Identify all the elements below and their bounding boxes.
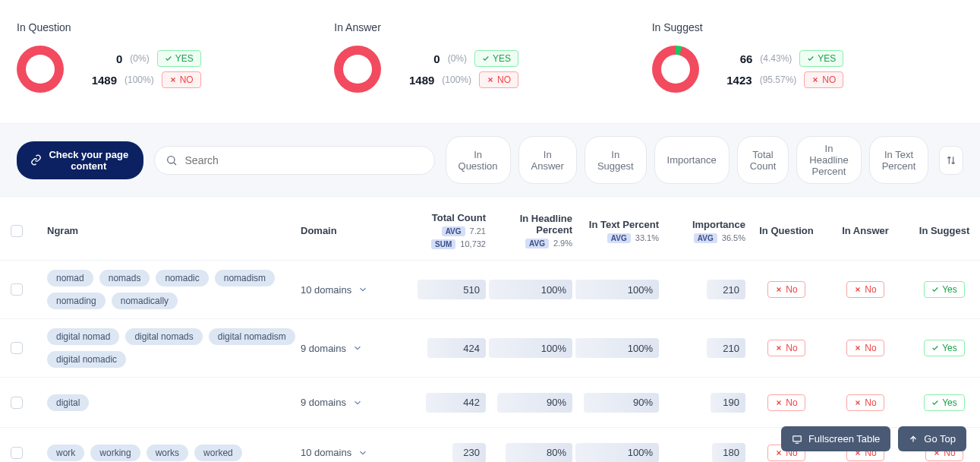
arrow-up-icon xyxy=(909,435,918,444)
ngram-tag[interactable]: digital xyxy=(47,394,89,411)
svg-point-6 xyxy=(167,156,174,163)
yes-chip[interactable]: Yes xyxy=(924,394,965,411)
domain-cell[interactable]: 9 domains xyxy=(301,343,399,354)
no-chip[interactable]: No xyxy=(767,281,805,298)
stat-yes-chip[interactable]: YES xyxy=(157,50,201,67)
domain-cell[interactable]: 10 domains xyxy=(301,284,399,296)
stat-no-pct: (100%) xyxy=(124,74,154,85)
ngram-tag[interactable]: digital nomads xyxy=(125,328,202,345)
ngram-tag[interactable]: nomadism xyxy=(215,270,275,286)
ngram-tag[interactable]: digital nomadism xyxy=(209,328,295,345)
domain-cell[interactable]: 9 domains xyxy=(301,397,399,408)
no-chip[interactable]: No xyxy=(767,394,805,411)
filter-pill[interactable]: Total Count xyxy=(737,136,789,184)
filter-pill[interactable]: Importance xyxy=(654,136,729,184)
ngram-tag[interactable]: work xyxy=(47,445,84,461)
stat-no-chip[interactable]: NO xyxy=(162,71,201,88)
row-checkbox[interactable] xyxy=(11,342,23,354)
select-all-checkbox[interactable] xyxy=(11,225,23,237)
link-icon xyxy=(30,154,42,166)
in-suggest-cell: Yes xyxy=(906,340,980,356)
ngram-table: Ngram Domain Total Count AVG7.21 SUM10,7… xyxy=(0,197,980,462)
stat-title: In Suggest xyxy=(652,21,963,33)
table-row: digital nomaddigital nomadsdigital nomad… xyxy=(0,319,980,378)
headline-bar: 100% xyxy=(489,280,572,299)
go-top-button[interactable]: Go Top xyxy=(898,426,966,451)
fullscreen-table-button[interactable]: Fullscreen Table xyxy=(781,426,890,451)
headline-bar: 90% xyxy=(497,393,572,413)
filter-pill[interactable]: In Suggest xyxy=(585,136,647,184)
total-count-bar: 230 xyxy=(452,443,486,463)
col-ngram[interactable]: Ngram xyxy=(47,225,298,236)
check-icon xyxy=(931,399,939,407)
ngram-tag[interactable]: digital nomad xyxy=(47,328,119,345)
filter-pill[interactable]: In Text Percent xyxy=(869,136,929,184)
search-icon xyxy=(165,154,178,166)
stat-no-count: 1489 xyxy=(395,74,434,87)
domain-cell[interactable]: 10 domains xyxy=(301,447,399,458)
filter-pill[interactable]: In Headline Percent xyxy=(796,136,861,184)
chevron-down-icon xyxy=(352,397,363,408)
search-input[interactable] xyxy=(184,153,424,167)
search-field[interactable] xyxy=(154,146,435,175)
stats-row: In Question 0 (0%) YES 1489 (100%) NO In… xyxy=(0,0,980,123)
check-page-content-label: Check your page content xyxy=(48,149,130,172)
stat-yes-count: 0 xyxy=(83,52,122,65)
stat-yes-count: 66 xyxy=(713,52,752,65)
col-in-text[interactable]: In Text Percent AVG33.1% xyxy=(575,219,659,243)
no-chip[interactable]: No xyxy=(846,394,884,411)
ngram-tag[interactable]: digital nomadic xyxy=(47,351,126,368)
toolbar: Check your page content In QuestionIn An… xyxy=(0,123,980,197)
ngram-tag[interactable]: nomading xyxy=(47,293,106,309)
importance-bar: 210 xyxy=(707,280,745,299)
row-checkbox[interactable] xyxy=(11,397,23,409)
check-icon xyxy=(807,55,815,62)
in-question-cell: No xyxy=(748,281,824,298)
x-icon xyxy=(169,76,177,84)
filter-pill[interactable]: In Question xyxy=(446,136,511,184)
domain-count: 9 domains xyxy=(301,397,346,408)
x-icon xyxy=(775,399,783,407)
col-in-suggest[interactable]: In Suggest xyxy=(906,225,980,236)
check-icon xyxy=(482,55,490,62)
col-total-count[interactable]: Total Count AVG7.21 SUM10,732 xyxy=(402,212,486,249)
stat-title: In Question xyxy=(17,21,328,33)
sort-button[interactable] xyxy=(939,146,963,175)
ngram-tag[interactable]: nomad xyxy=(47,270,93,286)
no-chip[interactable]: No xyxy=(767,340,805,356)
stat-yes-pct: (0%) xyxy=(130,53,149,64)
col-importance[interactable]: Importance AVG36.5% xyxy=(662,219,745,243)
stat-no-pct: (95.57%) xyxy=(760,74,797,85)
ngram-tag[interactable]: nomads xyxy=(99,270,150,286)
yes-chip[interactable]: Yes xyxy=(924,340,965,356)
col-domain[interactable]: Domain xyxy=(301,225,399,236)
sort-icon xyxy=(945,154,957,166)
no-chip[interactable]: No xyxy=(846,281,884,298)
filter-pill[interactable]: In Answer xyxy=(518,136,577,184)
stat-yes-chip[interactable]: YES xyxy=(474,50,518,67)
check-icon xyxy=(931,286,939,293)
row-checkbox[interactable] xyxy=(11,283,23,296)
donut-chart xyxy=(334,46,381,93)
stat-card: In Suggest 66 (4.43%) YES 1423 (95.57%) … xyxy=(652,21,963,93)
total-count-bar: 442 xyxy=(426,393,486,413)
no-chip[interactable]: No xyxy=(846,340,884,356)
floating-actions: Fullscreen Table Go Top xyxy=(781,426,966,451)
col-in-answer[interactable]: In Answer xyxy=(827,225,903,236)
table-row: nomadnomadsnomadicnomadismnomadingnomadi… xyxy=(0,261,980,319)
row-checkbox[interactable] xyxy=(11,447,23,459)
ngram-tag[interactable]: nomadically xyxy=(112,293,178,309)
check-page-content-button[interactable]: Check your page content xyxy=(17,141,143,179)
stat-no-chip[interactable]: NO xyxy=(804,71,843,88)
in-question-cell: No xyxy=(748,394,824,411)
ngram-tag[interactable]: works xyxy=(147,445,188,461)
col-in-question[interactable]: In Question xyxy=(748,225,824,236)
ngram-tag[interactable]: nomadic xyxy=(156,270,208,286)
ngram-tag[interactable]: worked xyxy=(194,445,242,461)
stat-no-chip[interactable]: NO xyxy=(479,71,518,88)
col-in-headline[interactable]: In Headline Percent AVG2.9% xyxy=(489,213,572,248)
donut-chart xyxy=(652,46,699,93)
yes-chip[interactable]: Yes xyxy=(924,281,965,298)
ngram-tag[interactable]: working xyxy=(90,445,140,461)
stat-yes-chip[interactable]: YES xyxy=(799,50,843,67)
